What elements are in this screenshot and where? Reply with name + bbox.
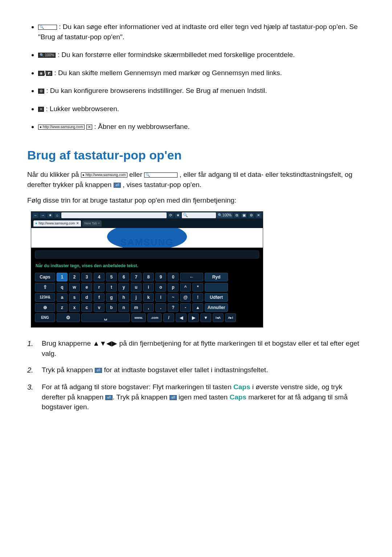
list-item: 🔍 100% : Du kan forstørre eller forminds… [38,50,365,60]
icon-description-list: 🔍 : Du kan søge efter informationer ved … [27,22,365,132]
enter-icon: ⏎ [114,183,121,188]
search-chip-inline: 🔍 [144,172,177,178]
key-g: g [106,293,117,302]
key-p: p [168,283,179,292]
key-right: ▶ [188,313,199,322]
step-2: 2. Tryk på knappen ⏎ for at indtaste bog… [27,365,365,375]
key-bang: ! [192,293,203,302]
forward-icon: → [40,212,46,218]
windows-icon: ⧉ [233,212,240,218]
home-icon: ⌂ [54,212,61,218]
key-z: z [57,303,68,312]
key-3: 3 [81,273,92,281]
key-j: j [131,293,142,302]
key-w: w [69,283,80,292]
key-star: * [192,283,203,292]
follow-paragraph: Følg disse trin for at bruge tastatur po… [27,195,365,206]
bullet-text: : Du kan konfigurere browserens indstill… [46,87,267,94]
keyboard-hint: Når du indtaster tegn, vises den anbefal… [35,261,259,273]
key-empty-action [205,283,228,292]
key-1: 1 [57,273,68,281]
key-at: @ [180,293,191,302]
key-clear: Ryd [205,273,228,281]
key-e: e [81,283,92,292]
key-d: d [81,293,92,302]
key-6: 6 [118,273,129,281]
key-tilde: ~ [168,293,179,302]
key-caps: Caps [35,273,55,281]
key-s: s [69,293,80,302]
keyboard-popup: Når du indtaster tegn, vises den anbefal… [31,248,263,327]
key-q: q [57,283,68,292]
tab-close-icon: ✕ [86,125,92,130]
toolbar-search: 🔍 [182,212,216,218]
enter-icon: ⏎ [170,395,177,400]
key-8: 8 [143,273,154,281]
key-question: ? [168,303,179,312]
key-space: ␣ [81,313,130,322]
close-browser-icon: ✕ [255,212,262,218]
key-b: b [106,303,117,312]
list-item: ● http://www.samsung.com ✕ : Åbner en ny… [38,122,365,132]
bookmark-icon: ★ [47,212,53,218]
back-icon: ← [32,212,39,218]
key-9: 9 [155,273,166,281]
url-bar [61,212,167,218]
gear-icon: ⚙ [248,212,254,218]
key-cursor-start: I◂A [213,313,224,322]
key-left: ◀ [176,313,187,322]
enter-icon: ⏎ [95,368,102,373]
key-cancel: Annuller [205,303,228,312]
url-tab-chip: ● http://www.samsung.com [38,125,85,130]
key-2: 2 [69,273,80,281]
key-n: n [118,303,129,312]
key-5: 5 [106,273,117,281]
key-lang: ENG [35,313,55,322]
new-tab: New Tab + [82,220,102,227]
link-mode-icon: ◩ [46,71,52,76]
key-settings: ⚙ [57,313,80,322]
key-f: f [94,293,105,302]
key-i: i [143,283,154,292]
key-x: x [69,303,80,312]
list-item: ◉/◩ : Du kan skifte mellem Gennemsyn med… [38,68,365,78]
page-preview: SAMSUNG [31,228,263,248]
key-done: Udført [205,293,228,302]
active-tab: ●http://www.samsung.com✕ [33,220,81,227]
key-h: h [118,293,129,302]
key-t: t [106,283,117,292]
key-c: c [81,303,92,312]
close-icon: ✕ [38,107,44,112]
dpad-arrows: ▲▼◀▶ [93,340,118,347]
toolbar-zoom: 🔍 100% [217,212,233,218]
onscreen-keyboard: Caps 1 2 3 4 5 6 7 8 9 0 ← Ryd ⇧ q w e r… [35,273,259,322]
key-r: r [94,283,105,292]
bullet-text: : Du kan søge efter informationer ved at… [38,23,358,41]
key-u: u [131,283,142,292]
key-k: k [143,293,154,302]
key-com: .com [147,313,162,322]
list-item: 🔍 : Du kan søge efter informationer ved … [38,22,365,42]
caps-keyword: Caps [233,383,250,391]
search-field-icon: 🔍 [38,25,57,30]
key-period: . [155,303,166,312]
text-input-bar [35,251,259,259]
browser-toolbar: ← → ★ ⌂ ⟳ ★ 🔍 🔍 100% ⧉ ▣ ⚙ ✕ [31,212,263,219]
key-dash: - [180,303,191,312]
key-comma: , [143,303,154,312]
key-down: ▼ [200,313,211,322]
key-l: l [155,293,166,302]
key-www: www. [131,313,146,322]
list-item: ✕ : Lukker webbrowseren. [38,104,365,114]
key-backspace: ← [180,273,203,281]
key-cursor-end: A▸I [225,313,236,322]
step-1: 1. Brug knapperne ▲▼◀▶ på din fjernbetje… [27,338,365,358]
enter-icon: ⏎ [105,395,113,400]
reload-icon: ⟳ [167,212,174,218]
settings-icon: ⚙ [38,89,44,94]
key-o: o [155,283,166,292]
key-a: a [57,293,68,302]
pip-icon: ▣ [241,212,247,218]
key-v: v [94,303,105,312]
key-y: y [118,283,129,292]
